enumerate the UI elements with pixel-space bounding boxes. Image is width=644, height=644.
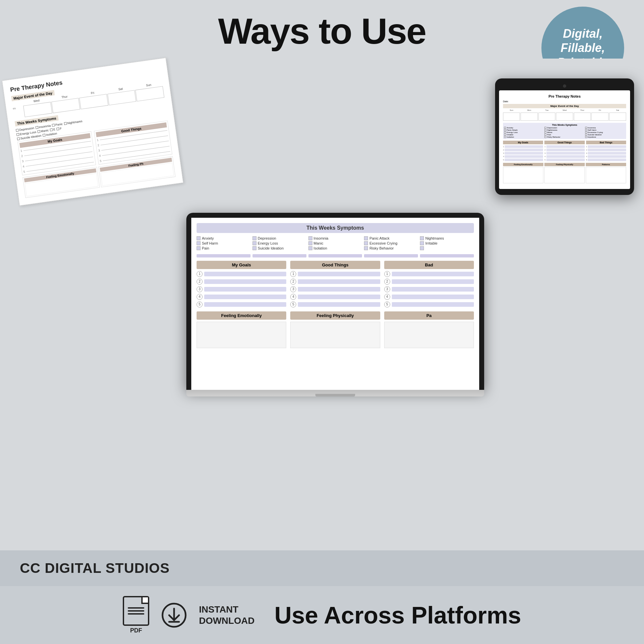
laptop-feeling-row: Feeling Emotionally Feeling Physically P…	[197, 311, 474, 348]
instant-download-text: INSTANT DOWNLOAD	[199, 604, 254, 626]
tablet-day-tue: Tue	[538, 109, 555, 111]
laptop-wrapper: This Weeks Symptoms Anxiety Depression I…	[186, 213, 484, 396]
top-section: Ways to Use Digital,Fillable,Printable	[0, 0, 644, 59]
tablet-grid-cell-4	[556, 113, 573, 121]
tablet-grid-cell-7	[609, 113, 626, 121]
good-item-4: 4	[290, 294, 380, 300]
instant-label: INSTANT	[199, 604, 254, 615]
page-wrapper: Ways to Use Digital,Fillable,Printable P…	[0, 0, 644, 644]
t-symptom-manic: Manic	[544, 131, 584, 133]
laptop-my-goals-title: My Goals	[197, 261, 286, 269]
tablet-col-good: Good Things 1 2 3 4 5	[544, 141, 584, 161]
tablet-good-title: Good Things	[544, 141, 584, 144]
symptom-depression: Depression	[253, 236, 306, 240]
t-symptom-isolation: Isolation	[504, 136, 544, 138]
tablet-symptoms-title: This Weeks Symptoms	[504, 124, 625, 126]
tablet-grid-cell-5	[574, 113, 591, 121]
tgt-1: 1	[544, 145, 584, 148]
laptop-good-things-title: Good Things	[290, 261, 380, 269]
tablet-feeling-physically: Feeling Physically	[544, 163, 585, 183]
tablet-patterns-title: Patterns	[586, 163, 626, 166]
tablet-goals-list: 1 2 3 4 5	[503, 145, 543, 161]
tablet-wrapper: Pre Therapy Notes Date: Major Event of t…	[495, 78, 634, 195]
pdf-icon-line-3	[128, 613, 144, 615]
laptop-symptoms-grid: Anxiety Depression Insomnia Panic Attack…	[197, 236, 474, 250]
symptom-anxiety: Anxiety	[197, 236, 251, 240]
laptop-feeling-physically: Feeling Physically	[290, 311, 380, 348]
tablet-day-fri: Fri	[591, 109, 608, 111]
laptop-feeling-emotionally-box	[197, 322, 286, 348]
tgt-2: 2	[544, 149, 584, 151]
bad-item-1: 1	[384, 271, 474, 277]
laptop-feeling-physically-box	[290, 322, 380, 348]
t-symptom-risky: Risky Behavior	[544, 136, 584, 138]
tablet-screen: Pre Therapy Notes Date: Major Event of t…	[499, 90, 630, 189]
tg-2: 2	[503, 149, 543, 151]
t-symptom-nightmares: Nightmares	[544, 129, 584, 131]
symptom-risky-behavior: Risky Behavior	[364, 246, 418, 250]
laptop-symptoms-title: This Weeks Symptoms	[197, 223, 474, 233]
tablet-day-sun: Sun	[503, 109, 520, 111]
laptop-goals-row: My Goals 1 2 3 4 5	[197, 261, 474, 307]
tablet: Pre Therapy Notes Date: Major Event of t…	[495, 78, 634, 195]
symptom-irritable: Irritable	[420, 241, 474, 245]
tablet-day-thur: Thur	[574, 109, 591, 111]
tablet-major-event-label: Major Event of the Day	[503, 104, 626, 108]
pdf-icon-lines	[128, 607, 144, 615]
tb-4: 4	[586, 155, 626, 158]
laptop-feeling-physically-title: Feeling Physically	[290, 311, 380, 320]
tablet-feeling-emotionally-area	[503, 167, 543, 183]
laptop-patterns-title: Pa	[384, 311, 474, 320]
laptop-good-things: Good Things 1 2 3 4 5	[290, 261, 380, 307]
symptom-insomnia: Insomnia	[308, 236, 362, 240]
symptom-pain: Pain	[197, 246, 251, 250]
tb-2: 2	[586, 149, 626, 151]
paper-symptom-panic: Panic	[52, 122, 63, 127]
page-title: Ways to Use	[218, 10, 426, 52]
tb-1: 1	[586, 145, 626, 148]
tg-5: 5	[503, 159, 543, 161]
good-item-2: 2	[290, 279, 380, 285]
tg-4: 4	[503, 155, 543, 158]
devices-section: Pre Therapy Notes Major Event of the Day…	[0, 59, 644, 550]
goal-item-1: 1	[197, 271, 286, 277]
tablet-patterns-area	[586, 167, 626, 183]
goal-item-4: 4	[197, 294, 286, 300]
footer-bar: PDF INSTANT DOWNLOAD Use Across Platform…	[0, 586, 644, 644]
t-symptom-irritable: Irritable	[504, 134, 544, 136]
symptom-self-harm: Self Harm	[197, 241, 251, 245]
t-symptom-depression: Depression	[544, 127, 584, 129]
tablet-symptoms-grid: Anxiety Depression Insomnia Panic Attack…	[504, 127, 625, 138]
laptop-good-list: 1 2 3 4 5	[290, 271, 380, 307]
brand-section: CC DIGITAL STUDIOS	[0, 550, 644, 586]
symptom-manic: Manic	[308, 241, 362, 245]
tgt-5: 5	[544, 159, 584, 161]
tablet-col-bad: Bad Things 1 2 3 4 5	[586, 141, 626, 161]
footer-title: Use Across Platforms	[274, 602, 521, 629]
tablet-date: Date:	[503, 100, 626, 103]
tg-3: 3	[503, 152, 543, 155]
bad-item-2: 2	[384, 279, 474, 285]
t-symptom-panic: Panic Attack	[504, 129, 544, 131]
tablet-day-sat: Sat	[609, 109, 626, 111]
pdf-icon-line-2	[128, 610, 144, 612]
t-symptom-insomnia: Insomnia	[585, 127, 625, 129]
tablet-bad-title: Bad Things	[586, 141, 626, 144]
therapy-content: This Weeks Symptoms Anxiety Depression I…	[197, 223, 474, 348]
symptom-excessive-crying: Excessive Crying	[364, 241, 418, 245]
bad-item-4: 4	[384, 294, 474, 300]
laptop-patterns-box	[384, 322, 474, 348]
tablet-feeling-row: Feeling Emotionally Feeling Physically P…	[503, 163, 626, 183]
symptom-panic-attack: Panic Attack	[364, 236, 418, 240]
tablet-patterns: Patterns	[586, 163, 626, 183]
laptop-goals-list: 1 2 3 4 5	[197, 271, 286, 307]
tablet-feeling-emotionally: Feeling Emotionally	[503, 163, 543, 183]
download-label: DOWNLOAD	[199, 615, 254, 626]
tablet-camera	[563, 84, 566, 88]
symptom-empty	[420, 246, 474, 250]
good-item-1: 1	[290, 271, 380, 277]
laptop-screen: This Weeks Symptoms Anxiety Depression I…	[191, 218, 479, 390]
t-symptom-anxiety: Anxiety	[504, 127, 544, 129]
laptop-screen-outer: This Weeks Symptoms Anxiety Depression I…	[186, 213, 484, 390]
tgt-3: 3	[544, 152, 584, 155]
